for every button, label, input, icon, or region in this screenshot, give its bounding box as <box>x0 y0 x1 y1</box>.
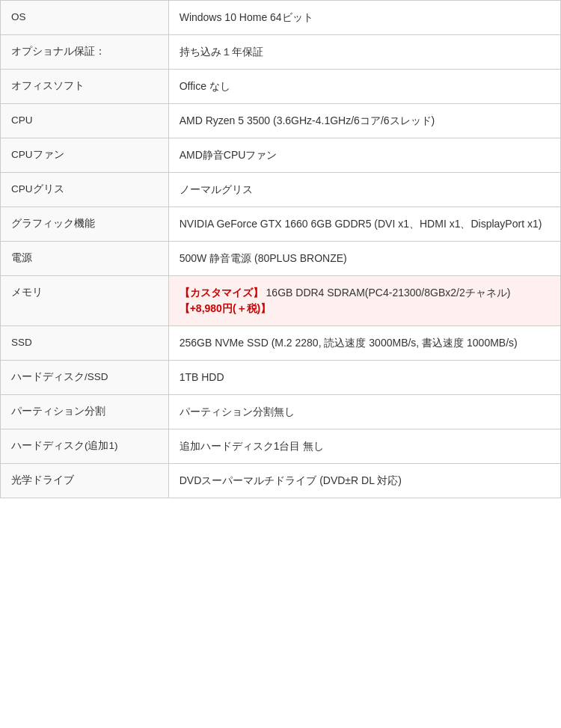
table-row-memory: メモリ【カスタマイズ】 16GB DDR4 SDRAM(PC4-21300/8G… <box>1 276 561 326</box>
spec-value-ssd: 256GB NVMe SSD (M.2 2280, 読込速度 3000MB/s,… <box>168 326 560 361</box>
spec-value-cpu: AMD Ryzen 5 3500 (3.6GHz-4.1GHz/6コア/6スレッ… <box>168 104 560 138</box>
spec-value-cpu-grease: ノーマルグリス <box>168 173 560 207</box>
price-label: 【+8,980円(＋税)】 <box>180 302 272 314</box>
spec-label-hdd-ssd: ハードディスク/SSD <box>1 361 169 395</box>
table-row-hdd-ssd: ハードディスク/SSD1TB HDD <box>1 361 561 395</box>
spec-value-optical-drive: DVDスーパーマルチドライブ (DVD±R DL 対応) <box>168 464 560 498</box>
table-row-optical-drive: 光学ドライブDVDスーパーマルチドライブ (DVD±R DL 対応) <box>1 464 561 498</box>
table-row-office-software: オフィスソフトOffice なし <box>1 70 561 104</box>
table-row-partition: パーティション分割パーティション分割無し <box>1 395 561 429</box>
spec-value-hdd-additional: 追加ハードディスク1台目 無し <box>168 429 560 464</box>
spec-table: OSWindows 10 Home 64ビットオプショナル保証：持ち込み１年保証… <box>0 0 561 498</box>
spec-label-graphics: グラフィック機能 <box>1 207 169 242</box>
spec-label-optical-drive: 光学ドライブ <box>1 464 169 498</box>
table-row-power-supply: 電源500W 静音電源 (80PLUS BRONZE) <box>1 242 561 276</box>
spec-value-power-supply: 500W 静音電源 (80PLUS BRONZE) <box>168 242 560 276</box>
spec-label-optional-warranty: オプショナル保証： <box>1 35 169 70</box>
spec-value-office-software: Office なし <box>168 70 560 104</box>
table-row-graphics: グラフィック機能NVIDIA GeForce GTX 1660 6GB GDDR… <box>1 207 561 242</box>
spec-value-optional-warranty: 持ち込み１年保証 <box>168 35 560 70</box>
spec-label-partition: パーティション分割 <box>1 395 169 429</box>
spec-label-cpu: CPU <box>1 104 169 138</box>
spec-label-memory: メモリ <box>1 276 169 326</box>
spec-value-cpu-fan: AMD静音CPUファン <box>168 138 560 173</box>
spec-value-graphics: NVIDIA GeForce GTX 1660 6GB GDDR5 (DVI x… <box>168 207 560 242</box>
spec-label-os: OS <box>1 1 169 35</box>
spec-value-memory: 【カスタマイズ】 16GB DDR4 SDRAM(PC4-21300/8GBx2… <box>168 276 560 326</box>
spec-value-hdd-ssd: 1TB HDD <box>168 361 560 395</box>
customize-label: 【カスタマイズ】 <box>180 287 263 299</box>
spec-label-ssd: SSD <box>1 326 169 361</box>
spec-value-os: Windows 10 Home 64ビット <box>168 1 560 35</box>
table-row-cpu: CPUAMD Ryzen 5 3500 (3.6GHz-4.1GHz/6コア/6… <box>1 104 561 138</box>
spec-value-partition: パーティション分割無し <box>168 395 560 429</box>
spec-label-cpu-grease: CPUグリス <box>1 173 169 207</box>
spec-label-office-software: オフィスソフト <box>1 70 169 104</box>
table-row-cpu-grease: CPUグリスノーマルグリス <box>1 173 561 207</box>
spec-label-hdd-additional: ハードディスク(追加1) <box>1 429 169 464</box>
table-row-os: OSWindows 10 Home 64ビット <box>1 1 561 35</box>
table-row-cpu-fan: CPUファンAMD静音CPUファン <box>1 138 561 173</box>
spec-label-power-supply: 電源 <box>1 242 169 276</box>
table-row-hdd-additional: ハードディスク(追加1)追加ハードディスク1台目 無し <box>1 429 561 464</box>
table-row-ssd: SSD256GB NVMe SSD (M.2 2280, 読込速度 3000MB… <box>1 326 561 361</box>
table-row-optional-warranty: オプショナル保証：持ち込み１年保証 <box>1 35 561 70</box>
spec-label-cpu-fan: CPUファン <box>1 138 169 173</box>
